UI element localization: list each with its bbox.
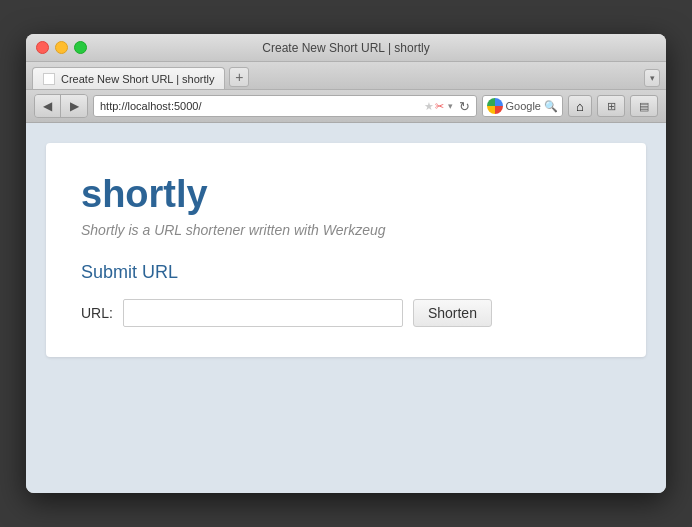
url-input[interactable]	[123, 299, 403, 327]
url-label: URL:	[81, 305, 113, 321]
back-icon: ◀	[43, 99, 52, 113]
new-tab-button[interactable]: +	[229, 67, 249, 87]
window-title: Create New Short URL | shortly	[262, 41, 429, 55]
address-bar[interactable]: http://localhost:5000/ ★ ✂ ▾ ↻	[93, 95, 477, 117]
shorten-button[interactable]: Shorten	[413, 299, 492, 327]
menu-button[interactable]: ▤	[630, 95, 658, 117]
scissors-icon[interactable]: ✂	[435, 100, 444, 113]
maximize-button[interactable]	[74, 41, 87, 54]
tabbar: Create New Short URL | shortly + ▾	[26, 62, 666, 90]
menu-icon: ▤	[639, 100, 649, 113]
google-icon	[487, 98, 503, 114]
titlebar: Create New Short URL | shortly	[26, 34, 666, 62]
active-tab[interactable]: Create New Short URL | shortly	[32, 67, 225, 89]
site-subtitle: Shortly is a URL shortener written with …	[81, 222, 611, 238]
back-button[interactable]: ◀	[35, 95, 61, 117]
bookmarks-icon: ⊞	[607, 100, 616, 113]
url-form: URL: Shorten	[81, 299, 611, 327]
forward-button[interactable]: ▶	[61, 95, 87, 117]
dropdown-icon[interactable]: ▾	[448, 101, 453, 111]
nav-buttons: ◀ ▶	[34, 94, 88, 118]
forward-icon: ▶	[70, 99, 79, 113]
address-text: http://localhost:5000/	[100, 100, 420, 112]
search-bar[interactable]: Google 🔍	[482, 95, 563, 117]
tab-bar-right: ▾	[644, 69, 660, 87]
home-icon: ⌂	[576, 99, 584, 114]
star-icon[interactable]: ★	[424, 100, 434, 113]
tab-label: Create New Short URL | shortly	[61, 73, 214, 85]
toolbar: ◀ ▶ http://localhost:5000/ ★ ✂ ▾ ↻ Googl…	[26, 90, 666, 123]
window-controls	[36, 41, 87, 54]
tab-favicon	[43, 73, 55, 85]
reload-icon[interactable]: ↻	[459, 99, 470, 114]
bookmark-icons: ★ ✂	[424, 100, 444, 113]
google-label: Google	[506, 100, 541, 112]
form-section-title: Submit URL	[81, 262, 611, 283]
close-button[interactable]	[36, 41, 49, 54]
bookmarks-button[interactable]: ⊞	[597, 95, 625, 117]
page-card: shortly Shortly is a URL shortener writt…	[46, 143, 646, 357]
tab-dropdown-button[interactable]: ▾	[644, 69, 660, 87]
browser-window: Create New Short URL | shortly Create Ne…	[26, 34, 666, 493]
home-button[interactable]: ⌂	[568, 95, 592, 117]
minimize-button[interactable]	[55, 41, 68, 54]
content-area: shortly Shortly is a URL shortener writt…	[26, 123, 666, 493]
site-title: shortly	[81, 173, 611, 216]
search-icon: 🔍	[544, 100, 558, 113]
